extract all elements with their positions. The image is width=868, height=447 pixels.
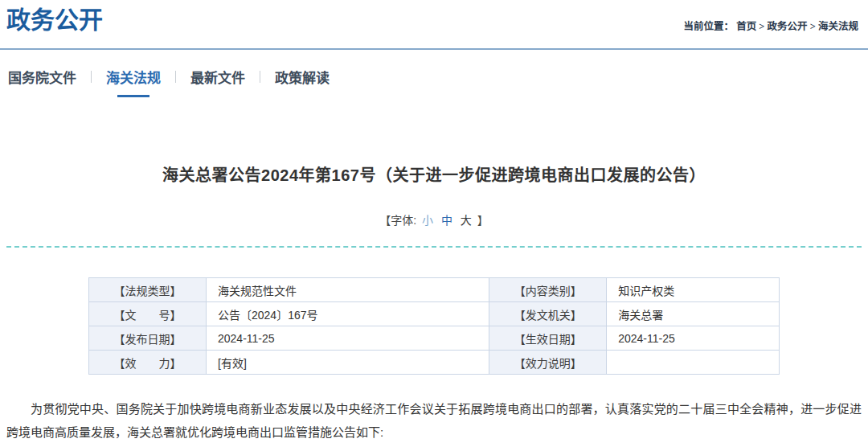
table-row: 【法规类型】 海关规范性文件 【内容类别】 知识产权类 <box>89 278 780 302</box>
font-size-selector: 【字体: 小 中 大 】 <box>0 211 868 228</box>
meta-label-fawen-jiguan: 【发文机关】 <box>489 302 607 326</box>
tab-divider <box>175 71 176 83</box>
meta-label-wenhao: 【文 号】 <box>89 302 207 326</box>
breadcrumb-item-zwgk[interactable]: 政务公开 <box>768 21 808 32</box>
meta-label-neirong-leibie: 【内容类别】 <box>489 278 607 302</box>
page-title: 政务公开 <box>0 0 103 37</box>
meta-value-xiaoli: [有效] <box>207 351 489 375</box>
font-size-medium-button[interactable]: 中 <box>441 214 452 227</box>
breadcrumb-separator: > <box>756 21 767 32</box>
breadcrumb-item-home[interactable]: 首页 <box>736 21 756 32</box>
breadcrumb: 当前位置： 首页 > 政务公开 > 海关法规 <box>684 18 858 33</box>
article-body-paragraph: 为贯彻党中央、国务院关于加快跨境电商新业态发展以及中央经济工作会议关于拓展跨境电… <box>6 397 862 444</box>
meta-value-shengxiao-riqi: 2024-11-25 <box>607 326 780 351</box>
meta-label-fabu-riqi: 【发布日期】 <box>89 326 207 351</box>
meta-value-fawen-jiguan: 海关总署 <box>607 302 780 326</box>
font-size-small-button[interactable]: 小 <box>422 214 433 227</box>
font-size-label: 【字体: <box>379 214 416 227</box>
table-row: 【文 号】 公告〔2024〕167号 【发文机关】 海关总署 <box>89 302 780 326</box>
font-size-large-button[interactable]: 大 <box>461 214 472 227</box>
meta-value-wenhao: 公告〔2024〕167号 <box>207 302 489 326</box>
tab-guowuyuan-wenjian[interactable]: 国务院文件 <box>6 67 78 87</box>
tab-divider <box>91 71 92 83</box>
tab-haiguan-fagui[interactable]: 海关法规 <box>104 67 162 87</box>
header-divider <box>0 48 868 50</box>
meta-value-xiaoli-shuoming <box>607 351 780 375</box>
breadcrumb-item-hgfg[interactable]: 海关法规 <box>818 21 858 32</box>
meta-value-fagui-leixing: 海关规范性文件 <box>207 278 489 302</box>
document-meta-table: 【法规类型】 海关规范性文件 【内容类别】 知识产权类 【文 号】 公告〔202… <box>88 277 780 375</box>
tab-divider <box>260 71 260 83</box>
meta-label-shengxiao-riqi: 【生效日期】 <box>489 326 607 351</box>
tab-zhengce-jiedu[interactable]: 政策解读 <box>273 67 331 87</box>
breadcrumb-separator: > <box>808 21 818 32</box>
table-row: 【效 力】 [有效] 【效力说明】 <box>89 351 780 375</box>
meta-value-neirong-leibie: 知识产权类 <box>607 278 780 302</box>
tab-zuixin-wenjian[interactable]: 最新文件 <box>189 67 247 87</box>
tab-bar: 国务院文件 海关法规 最新文件 政策解读 <box>6 68 868 85</box>
table-row: 【发布日期】 2024-11-25 【生效日期】 2024-11-25 <box>89 326 780 351</box>
font-size-label-suffix: 】 <box>477 214 489 227</box>
dotted-divider <box>6 246 862 248</box>
meta-label-xiaoli-shuoming: 【效力说明】 <box>489 351 607 375</box>
meta-label-fagui-leixing: 【法规类型】 <box>89 278 207 302</box>
article-title: 海关总署公告2024年第167号（关于进一步促进跨境电商出口发展的公告） <box>0 162 868 186</box>
breadcrumb-prefix: 当前位置： <box>684 21 735 32</box>
page-header: 政务公开 当前位置： 首页 > 政务公开 > 海关法规 <box>0 0 868 50</box>
meta-label-xiaoli: 【效 力】 <box>89 351 207 375</box>
meta-value-fabu-riqi: 2024-11-25 <box>207 326 489 351</box>
